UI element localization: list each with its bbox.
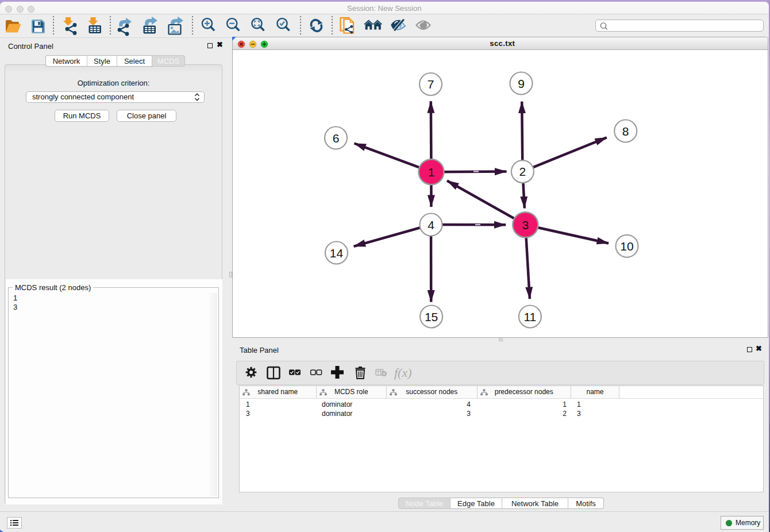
svg-text:7: 7 — [428, 78, 434, 91]
svg-text:11: 11 — [523, 310, 536, 323]
svg-text:9: 9 — [518, 77, 525, 90]
svg-text:f(x): f(x) — [394, 365, 412, 380]
svg-text:10: 10 — [620, 240, 633, 253]
svg-text:15: 15 — [425, 310, 438, 323]
svg-text:6: 6 — [333, 132, 340, 145]
svg-text:3: 3 — [522, 218, 529, 232]
svg-text:1: 1 — [428, 165, 435, 179]
svg-text:4: 4 — [428, 218, 434, 232]
svg-text:2: 2 — [519, 165, 526, 178]
svg-text:14: 14 — [330, 246, 344, 260]
svg-text:8: 8 — [622, 125, 629, 138]
